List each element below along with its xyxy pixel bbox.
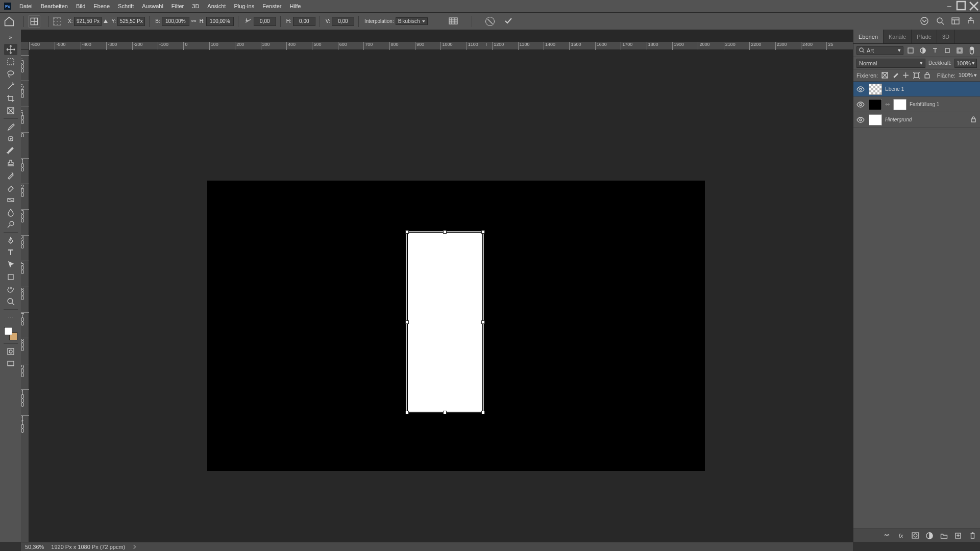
blend-mode-select[interactable]: Normal▾: [856, 59, 925, 68]
tab-kanaele[interactable]: Kanäle: [884, 30, 912, 43]
menu-hilfe[interactable]: Hilfe: [285, 0, 305, 12]
tab-ebenen[interactable]: Ebenen: [853, 30, 884, 43]
hand-tool[interactable]: [4, 284, 17, 295]
opacity-input[interactable]: 100%▾: [954, 59, 977, 68]
layer-row-farbfuellung-1[interactable]: ⚯ Farbfüllung 1: [853, 97, 980, 112]
visibility-toggle[interactable]: [855, 86, 866, 92]
home-button[interactable]: [3, 15, 15, 28]
layer-content-rect[interactable]: [408, 233, 482, 412]
lasso-tool[interactable]: [4, 68, 17, 80]
layer-filter-select[interactable]: Art ▾: [856, 46, 903, 55]
blur-tool[interactable]: [4, 207, 17, 218]
stamp-tool[interactable]: [4, 158, 17, 169]
cancel-transform-button[interactable]: [485, 17, 495, 26]
zoom-tool[interactable]: [4, 296, 17, 307]
frame-tool[interactable]: [4, 105, 17, 116]
menu-ebene[interactable]: Ebene: [89, 0, 114, 12]
menu-fenster[interactable]: Fenster: [258, 0, 285, 12]
transform-tool-icon[interactable]: [28, 15, 40, 28]
canvas-area[interactable]: [29, 50, 853, 542]
healing-tool[interactable]: [4, 133, 17, 144]
type-tool[interactable]: [4, 247, 17, 258]
pen-tool[interactable]: [4, 235, 17, 246]
height-input[interactable]: [206, 17, 234, 26]
filter-smart-icon[interactable]: [954, 46, 965, 55]
skew-v-input[interactable]: [332, 17, 354, 26]
new-group-button[interactable]: [939, 531, 948, 540]
layer-name[interactable]: Hintergrund: [885, 117, 968, 122]
share-icon[interactable]: [967, 17, 975, 26]
history-brush-tool[interactable]: [4, 170, 17, 181]
skew-h-input[interactable]: [293, 17, 315, 26]
collapse-arrow[interactable]: »: [4, 32, 17, 43]
window-close-button[interactable]: [968, 0, 980, 12]
chevron-right-icon[interactable]: [132, 544, 136, 548]
new-layer-button[interactable]: [953, 531, 963, 540]
x-input[interactable]: [74, 17, 102, 26]
workspace-icon[interactable]: [951, 17, 960, 26]
filter-type-icon[interactable]: [930, 46, 940, 55]
layer-mask-thumbnail[interactable]: [893, 99, 906, 110]
window-maximize-button[interactable]: [955, 0, 968, 12]
fill-input[interactable]: 100%▾: [959, 72, 977, 79]
menu-plugins[interactable]: Plug-ins: [230, 0, 258, 12]
layer-row-ebene-1[interactable]: Ebene 1: [853, 82, 980, 97]
layer-thumbnail[interactable]: [869, 84, 882, 95]
tab-3d[interactable]: 3D: [937, 30, 955, 43]
cloud-docs-icon[interactable]: [920, 16, 929, 27]
crop-tool[interactable]: [4, 93, 17, 104]
eraser-tool[interactable]: [4, 182, 17, 193]
layer-thumbnail[interactable]: [869, 99, 882, 110]
dodge-tool[interactable]: [4, 219, 17, 230]
lock-artboard-icon[interactable]: [913, 71, 920, 80]
move-tool[interactable]: [4, 44, 17, 55]
visibility-toggle[interactable]: [855, 102, 866, 108]
link-icon[interactable]: ⚯: [191, 18, 196, 24]
visibility-toggle[interactable]: [855, 117, 866, 123]
filter-adjust-icon[interactable]: [918, 46, 928, 55]
shape-tool[interactable]: [4, 271, 17, 283]
commit-transform-button[interactable]: [504, 16, 513, 27]
screenmode-toggle[interactable]: [4, 358, 17, 369]
width-input[interactable]: [162, 17, 189, 26]
menu-ansicht[interactable]: Ansicht: [203, 0, 230, 12]
layer-name[interactable]: Farbfüllung 1: [910, 102, 978, 107]
lock-position-icon[interactable]: [902, 71, 910, 80]
filter-toggle-switch[interactable]: [967, 46, 977, 55]
adjustment-layer-button[interactable]: [925, 531, 934, 540]
foreground-color-swatch[interactable]: [4, 327, 12, 335]
eyedropper-tool[interactable]: [4, 121, 17, 132]
y-input[interactable]: [117, 17, 145, 26]
lock-transparent-icon[interactable]: [881, 71, 889, 80]
rotation-input[interactable]: [254, 17, 276, 26]
quickmask-toggle[interactable]: [4, 346, 17, 357]
wand-tool[interactable]: [4, 81, 17, 92]
menu-bearbeiten[interactable]: Bearbeiten: [37, 0, 72, 12]
zoom-readout[interactable]: 50,36%: [25, 544, 44, 550]
lock-all-icon[interactable]: [923, 71, 931, 80]
layer-style-button[interactable]: fx: [896, 531, 905, 540]
menu-3d[interactable]: 3D: [188, 0, 203, 12]
document-viewport[interactable]: -600-500-400-300-200-1000100200300400500…: [21, 30, 853, 542]
reference-point-selector[interactable]: [53, 17, 61, 26]
color-swatches[interactable]: [3, 326, 18, 341]
edit-toolbar[interactable]: ⋯: [4, 312, 17, 323]
menu-schrift[interactable]: Schrift: [114, 0, 138, 12]
menu-datei[interactable]: Datei: [15, 0, 37, 12]
layer-thumbnail[interactable]: [869, 114, 882, 126]
path-select-tool[interactable]: [4, 259, 17, 270]
doc-info-readout[interactable]: 1920 Px x 1080 Px (72 ppcm): [51, 544, 125, 550]
warp-mode-button[interactable]: [448, 17, 458, 26]
lock-icon[interactable]: [971, 116, 978, 123]
marquee-tool[interactable]: [4, 56, 17, 67]
layer-name[interactable]: Ebene 1: [885, 86, 978, 92]
filter-pixel-icon[interactable]: [905, 46, 916, 55]
brush-tool[interactable]: [4, 145, 17, 157]
gradient-tool[interactable]: [4, 194, 17, 206]
menu-auswahl[interactable]: Auswahl: [138, 0, 167, 12]
menu-filter[interactable]: Filter: [167, 0, 188, 12]
delta-icon[interactable]: [104, 19, 108, 23]
window-minimize-button[interactable]: ─: [943, 0, 955, 12]
filter-shape-icon[interactable]: [942, 46, 952, 55]
link-layers-button[interactable]: ⚯: [882, 531, 891, 540]
